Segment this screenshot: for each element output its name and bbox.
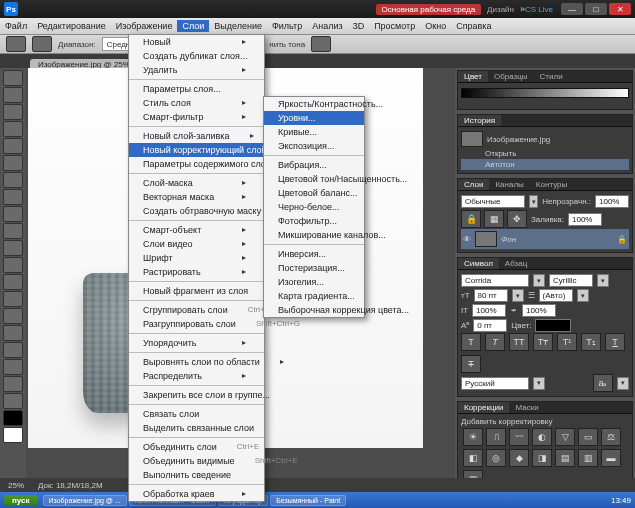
task-item[interactable]: Изображение.jpg @ ... [43, 495, 127, 506]
italic-button[interactable]: T [485, 333, 505, 351]
menu-window[interactable]: Окно [420, 20, 451, 32]
cslive-link[interactable]: CS Live [525, 5, 553, 14]
menu-select[interactable]: Выделение [209, 20, 267, 32]
mi-layer-style[interactable]: Стиль слоя [129, 96, 264, 110]
smi-mixer[interactable]: Микширование каналов... [264, 228, 364, 242]
tool-preset-icon[interactable] [6, 36, 26, 52]
leading[interactable]: (Авто) [539, 289, 573, 302]
chevron-down-icon[interactable]: ▾ [512, 289, 524, 302]
mi-duplicate[interactable]: Создать дубликат слоя... [129, 49, 264, 63]
mi-matting[interactable]: Обработка краев [129, 487, 264, 501]
smi-gradmap[interactable]: Карта градиента... [264, 289, 364, 303]
menu-view[interactable]: Просмотр [369, 20, 420, 32]
chevron-down-icon[interactable]: ▾ [577, 289, 589, 302]
hue-icon[interactable]: ▭ [578, 428, 598, 446]
tab-paragraph[interactable]: Абзац [499, 258, 533, 269]
wand-tool[interactable] [3, 121, 23, 137]
balance-icon[interactable]: ⚖ [601, 428, 621, 446]
history-source[interactable]: Изображение.jpg [461, 130, 629, 148]
smi-posterize[interactable]: Постеризация... [264, 261, 364, 275]
design-link[interactable]: Дизайн [487, 5, 514, 14]
eyedropper-tool[interactable] [3, 155, 23, 171]
maximize-button[interactable]: □ [585, 3, 607, 15]
move-tool[interactable] [3, 70, 23, 86]
mixer-icon[interactable]: ◆ [509, 449, 529, 467]
airbrush-icon[interactable] [311, 36, 331, 52]
menu-3d[interactable]: 3D [348, 20, 370, 32]
mi-layer-props[interactable]: Параметры слоя... [129, 82, 264, 96]
mi-fill-layer[interactable]: Новый слой-заливка [129, 129, 264, 143]
mi-video-layers[interactable]: Слои видео [129, 237, 264, 251]
tab-adjustments[interactable]: Коррекции [458, 402, 509, 413]
allcaps-button[interactable]: TT [509, 333, 529, 351]
menu-image[interactable]: Изображение [111, 20, 178, 32]
smi-balance[interactable]: Цветовой баланс... [264, 186, 364, 200]
heal-tool[interactable] [3, 172, 23, 188]
dodge-tool[interactable] [3, 291, 23, 307]
mi-align[interactable]: Выровнять слои по области [129, 355, 264, 369]
mi-slice-from-layer[interactable]: Новый фрагмент из слоя [129, 284, 264, 298]
language-select[interactable]: Русский [461, 377, 529, 390]
start-button[interactable]: пуск [4, 495, 38, 506]
tab-channels[interactable]: Каналы [489, 179, 529, 190]
smi-vibrance[interactable]: Вибрация... [264, 158, 364, 172]
path-tool[interactable] [3, 342, 23, 358]
smi-brightness[interactable]: Яркость/Контрастность... [264, 97, 364, 111]
exposure-icon[interactable]: ◐ [532, 428, 552, 446]
mi-clipping-mask[interactable]: Создать обтравочную маскуAlt+Ctrl+G [129, 204, 264, 218]
curves-icon[interactable]: 〰 [509, 428, 529, 446]
tab-character[interactable]: Символ [458, 258, 499, 269]
brightness-icon[interactable]: ☀ [463, 428, 483, 446]
posterize-icon[interactable]: ▤ [555, 449, 575, 467]
menu-help[interactable]: Справка [451, 20, 496, 32]
opacity-field[interactable]: 100% [595, 195, 629, 208]
close-button[interactable]: ✕ [609, 3, 631, 15]
gradmap-icon[interactable]: ▬ [601, 449, 621, 467]
tab-layers[interactable]: Слои [458, 179, 489, 190]
eye-icon[interactable]: 👁 [463, 235, 471, 244]
mi-layer-mask[interactable]: Слой-маска [129, 176, 264, 190]
lasso-tool[interactable] [3, 104, 23, 120]
smi-hue[interactable]: Цветовой тон/Насыщенность... [264, 172, 364, 186]
smi-curves[interactable]: Кривые... [264, 125, 364, 139]
tab-history[interactable]: История [458, 115, 501, 126]
mi-smart-object[interactable]: Смарт-объект [129, 223, 264, 237]
history-step-open[interactable]: Открыть [461, 148, 629, 159]
mi-vector-mask[interactable]: Векторная маска [129, 190, 264, 204]
superscript-button[interactable]: T¹ [557, 333, 577, 351]
task-item[interactable]: Безымянный - Paint [270, 495, 346, 506]
mi-ungroup[interactable]: Разгруппировать слоиShift+Ctrl+G [129, 317, 264, 331]
font-family[interactable]: Corrida [461, 274, 529, 287]
smi-selective[interactable]: Выборочная коррекция цвета... [264, 303, 364, 317]
chevron-down-icon[interactable]: ▾ [617, 377, 629, 390]
eraser-tool[interactable] [3, 240, 23, 256]
subscript-button[interactable]: T₁ [581, 333, 601, 351]
zoom-tool[interactable] [3, 393, 23, 409]
mi-new[interactable]: Новый [129, 35, 264, 49]
shape-tool[interactable] [3, 359, 23, 375]
blend-mode-select[interactable]: Обычные [461, 195, 525, 208]
hue-slider[interactable] [461, 88, 629, 98]
history-step-autotone[interactable]: Автотон [461, 159, 629, 170]
hand-tool[interactable] [3, 376, 23, 392]
levels-icon[interactable]: ⎍ [486, 428, 506, 446]
marquee-tool[interactable] [3, 87, 23, 103]
v-scale[interactable]: 100% [522, 304, 556, 317]
chevron-down-icon[interactable]: ▾ [529, 195, 538, 208]
invert-icon[interactable]: ◨ [532, 449, 552, 467]
underline-button[interactable]: T [605, 333, 625, 351]
foreground-swatch[interactable] [3, 410, 23, 426]
stamp-tool[interactable] [3, 206, 23, 222]
menu-layers[interactable]: Слои [177, 20, 209, 32]
threshold-icon[interactable]: ▥ [578, 449, 598, 467]
mi-flatten[interactable]: Выполнить сведение [129, 468, 264, 482]
smi-levels[interactable]: Уровни... [264, 111, 364, 125]
brush-tool[interactable] [3, 189, 23, 205]
tab-masks[interactable]: Маски [509, 402, 544, 413]
chevron-down-icon[interactable]: ▾ [533, 377, 545, 390]
menu-edit[interactable]: Редактирование [32, 20, 111, 32]
smi-bw[interactable]: Черно-белое... [264, 200, 364, 214]
lock-pixels-icon[interactable]: ▦ [484, 210, 504, 228]
fill-field[interactable]: 100% [568, 213, 602, 226]
mi-delete[interactable]: Удалить [129, 63, 264, 77]
